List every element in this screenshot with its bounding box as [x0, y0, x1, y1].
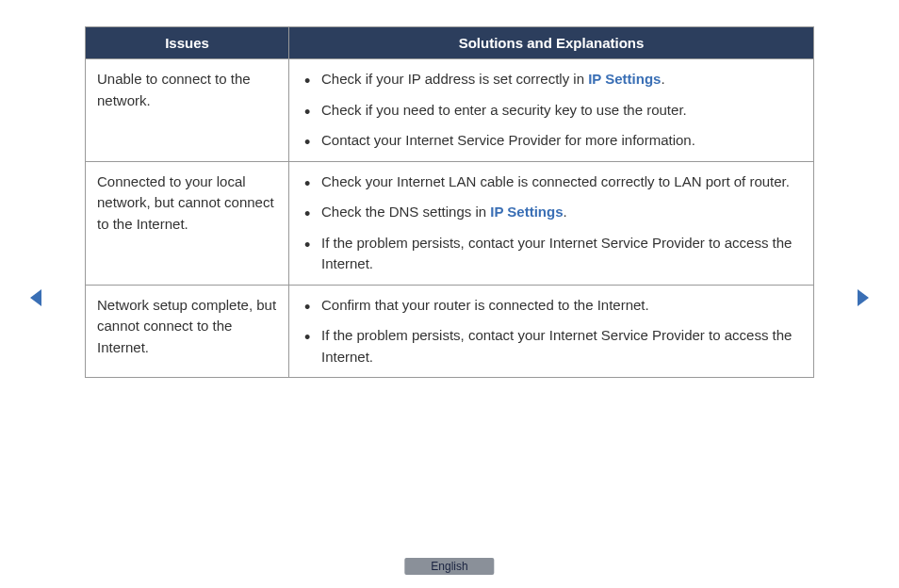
- table-row: Network setup complete, but cannot conne…: [86, 285, 814, 378]
- issue-text: Network setup complete, but cannot conne…: [86, 285, 289, 378]
- next-page-button[interactable]: [854, 287, 871, 308]
- list-item: Check the DNS settings in IP Settings.: [304, 202, 802, 223]
- svg-marker-1: [858, 289, 869, 306]
- prev-page-button[interactable]: [28, 287, 45, 308]
- list-item: If the problem persists, contact your In…: [304, 325, 802, 368]
- table-row: Connected to your local network, but can…: [86, 161, 814, 285]
- header-issues: Issues: [86, 27, 289, 59]
- list-item: Confirm that your router is connected to…: [304, 295, 802, 317]
- solutions-cell: Confirm that your router is connected to…: [289, 285, 814, 378]
- list-item: Check if your IP address is set correctl…: [304, 69, 802, 90]
- solutions-cell: Check if your IP address is set correctl…: [289, 59, 814, 162]
- troubleshooting-table: Issues Solutions and Explanations Unable…: [85, 26, 814, 378]
- svg-marker-0: [30, 289, 41, 306]
- table-row: Unable to connect to the network. Check …: [86, 59, 814, 162]
- header-solutions: Solutions and Explanations: [289, 27, 814, 59]
- list-item: Contact your Internet Service Provider f…: [304, 130, 802, 152]
- list-item: Check if you need to enter a security ke…: [304, 100, 802, 122]
- ip-settings-link[interactable]: IP Settings: [490, 204, 563, 220]
- issue-text: Unable to connect to the network.: [86, 59, 289, 162]
- ip-settings-link[interactable]: IP Settings: [588, 71, 661, 87]
- issue-text: Connected to your local network, but can…: [86, 161, 289, 285]
- solutions-cell: Check your Internet LAN cable is connect…: [289, 161, 814, 285]
- list-item: If the problem persists, contact your In…: [304, 233, 802, 275]
- language-label: English: [404, 558, 494, 575]
- list-item: Check your Internet LAN cable is connect…: [304, 172, 802, 193]
